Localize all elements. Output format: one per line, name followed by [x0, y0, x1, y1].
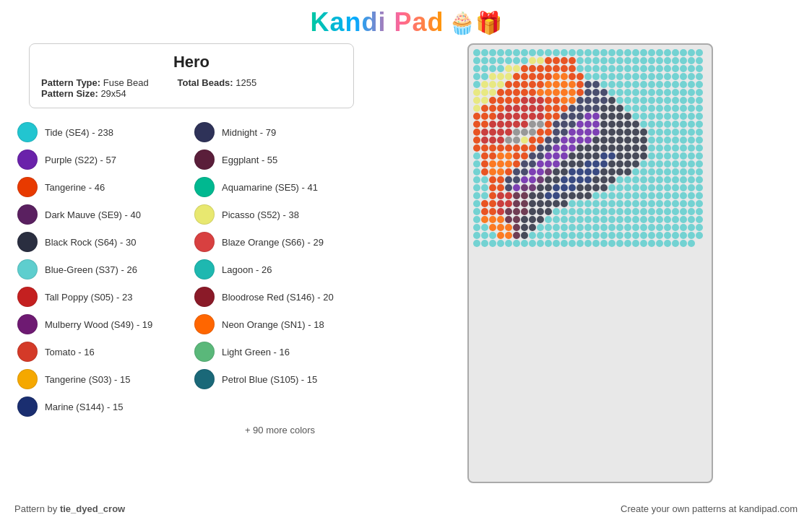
color-item: Blue-Green (S37) - 26	[14, 256, 191, 283]
bead	[561, 168, 568, 176]
bead	[521, 216, 528, 223]
bead	[624, 113, 631, 120]
bead	[688, 152, 695, 160]
bead	[664, 65, 671, 72]
bead	[640, 208, 647, 215]
color-name: Purple (S22) - 57	[45, 155, 116, 165]
bead	[608, 208, 616, 215]
bead	[656, 57, 663, 64]
bead	[473, 224, 480, 231]
bead	[505, 129, 512, 136]
bead	[664, 105, 671, 112]
bead	[576, 73, 584, 80]
bead	[481, 136, 488, 144]
bead	[489, 216, 496, 223]
bead	[497, 129, 504, 136]
color-swatch	[17, 122, 38, 142]
bead	[513, 224, 520, 231]
bead	[632, 184, 639, 191]
bead	[545, 144, 552, 152]
bead	[696, 89, 703, 96]
color-swatch	[17, 177, 38, 197]
bead	[648, 113, 655, 120]
bead	[481, 176, 488, 183]
bead	[576, 184, 584, 191]
bead	[584, 97, 592, 104]
bead	[545, 152, 552, 160]
bead	[664, 89, 671, 96]
bead	[545, 89, 552, 96]
bead	[505, 97, 512, 104]
bead	[584, 73, 592, 80]
bead	[672, 200, 679, 207]
bead	[537, 224, 544, 231]
pattern-type-label: Pattern Type:	[41, 77, 100, 88]
bead	[561, 160, 568, 168]
bead	[576, 192, 584, 199]
bead	[640, 81, 647, 88]
bead	[561, 89, 568, 96]
bead	[569, 73, 576, 80]
bead	[576, 121, 584, 128]
bead	[576, 216, 584, 223]
bead	[545, 121, 552, 128]
bead	[576, 105, 584, 112]
bead	[553, 208, 560, 215]
bead	[680, 121, 687, 128]
bead	[696, 160, 703, 168]
bead	[513, 49, 520, 56]
bead	[473, 65, 480, 72]
bead	[521, 200, 528, 207]
bead	[600, 65, 608, 72]
color-list-container: Hero Pattern Type: Fuse Bead Pattern Siz…	[14, 43, 368, 448]
total-beads-label: Total Beads:	[178, 77, 233, 88]
bead	[632, 152, 639, 160]
bead	[616, 49, 623, 56]
bead	[473, 176, 480, 183]
bead	[600, 97, 608, 104]
bead	[481, 73, 488, 80]
bead	[672, 121, 679, 128]
bead	[521, 113, 528, 120]
bead	[569, 97, 576, 104]
bead	[576, 81, 584, 88]
bead-grid	[473, 49, 707, 477]
bead	[545, 105, 552, 112]
bead	[656, 144, 663, 152]
bead	[600, 73, 608, 80]
bead	[553, 81, 560, 88]
bead	[584, 65, 592, 72]
bead	[576, 176, 584, 183]
bead	[584, 192, 592, 199]
bead	[561, 184, 568, 191]
bead	[648, 224, 655, 231]
bead	[513, 208, 520, 215]
bead	[561, 176, 568, 183]
bead	[672, 208, 679, 215]
bead	[664, 113, 671, 120]
bead	[584, 113, 592, 120]
bead	[569, 224, 576, 231]
bead	[608, 49, 616, 56]
color-swatch	[194, 204, 215, 225]
main-layout: Hero Pattern Type: Fuse Bead Pattern Siz…	[0, 43, 812, 448]
bead	[648, 65, 655, 72]
bead	[545, 168, 552, 176]
color-item: Tide (SE4) - 238	[14, 118, 191, 146]
bead	[640, 216, 647, 223]
bead	[561, 216, 568, 223]
bead	[640, 97, 647, 104]
color-name: Petrol Blue (S105) - 15	[222, 374, 317, 385]
bead	[584, 232, 592, 239]
bead	[521, 73, 528, 80]
bead	[537, 208, 544, 215]
bead	[640, 57, 647, 64]
bead	[489, 97, 496, 104]
bead	[640, 121, 647, 128]
bead	[608, 232, 616, 239]
header: Kandi Pad 🧁🎁	[0, 0, 812, 43]
bead	[473, 121, 480, 128]
bead	[656, 113, 663, 120]
bead	[529, 216, 536, 223]
color-swatch	[17, 204, 38, 225]
